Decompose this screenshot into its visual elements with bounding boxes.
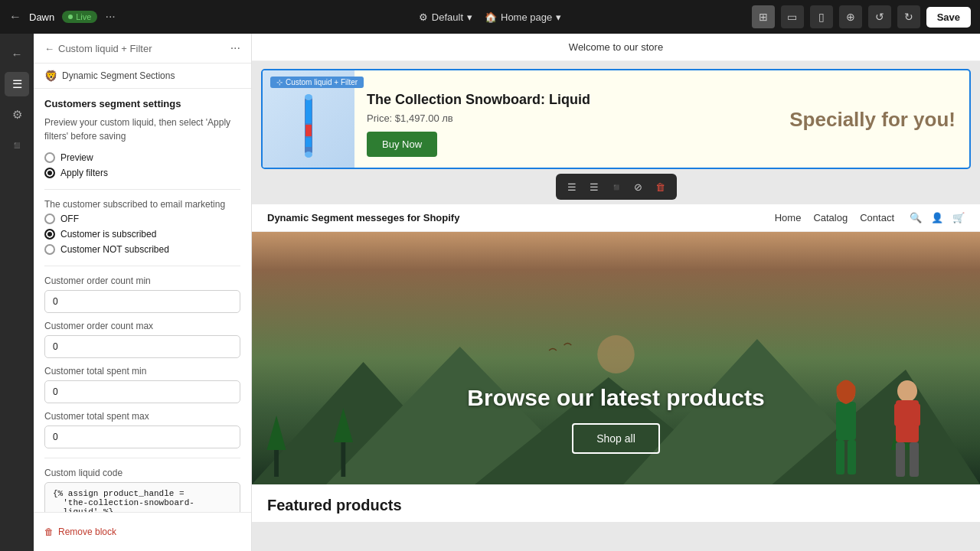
- toolbar-delete-btn[interactable]: 🗑: [651, 177, 671, 197]
- welcome-text: Welcome to our store: [569, 41, 663, 53]
- svg-rect-24: [896, 442, 905, 477]
- sidebar-subheader: 🦁 Dynamic Segment Sections: [34, 64, 251, 89]
- toolbar-box-btn[interactable]: ◾: [606, 177, 626, 197]
- sections-icon[interactable]: ☰: [5, 72, 29, 96]
- mobile-view-btn[interactable]: ▯: [810, 5, 833, 28]
- nav-contact[interactable]: Contact: [860, 212, 894, 223]
- apply-filters-radio-circle: [44, 168, 55, 178]
- svg-rect-13: [341, 439, 345, 477]
- redo-btn[interactable]: ↻: [897, 5, 920, 28]
- svg-marker-12: [266, 416, 286, 450]
- save-button[interactable]: Save: [926, 7, 971, 28]
- subscribed-label: Customer is subscribed: [60, 229, 156, 240]
- topbar-center: ⚙ Default ▾ 🏠 Home page ▾: [333, 11, 648, 23]
- svg-rect-19: [836, 402, 856, 440]
- live-dot: [68, 15, 73, 19]
- banner-badge-label: Custom liquid + Filter: [286, 78, 358, 86]
- sidebar-more-btn[interactable]: ···: [230, 41, 240, 55]
- nav-brand: Dynamic Segment messeges for Shopify: [267, 212, 775, 223]
- svg-rect-3: [305, 138, 312, 147]
- nav-icon[interactable]: ←: [5, 41, 29, 66]
- preview-mode-group: Preview Apply filters: [44, 152, 240, 178]
- more-menu-icon[interactable]: ···: [105, 10, 115, 24]
- main-layout: ← ☰ ⚙ ◾ ← Custom liquid + Filter ··· 🦁 D…: [0, 34, 980, 551]
- toolbar-list-btn[interactable]: ☰: [584, 177, 604, 197]
- search-icon[interactable]: 🔍: [910, 212, 922, 223]
- off-radio[interactable]: OFF: [44, 214, 240, 224]
- divider-1: [44, 189, 240, 190]
- toolbar-align-btn[interactable]: ☰: [562, 177, 582, 197]
- hero-people: [819, 377, 934, 484]
- svg-point-4: [305, 94, 312, 100]
- custom-liquid-label: Custom liquid code: [44, 468, 240, 478]
- sidebar-content: Customers segment settings Preview your …: [34, 89, 251, 512]
- snowboard-svg: [293, 94, 324, 159]
- person-1-svg: [819, 377, 873, 484]
- sidebar-footer: 🗑 Remove block: [34, 512, 251, 551]
- custom-liquid-textarea[interactable]: {% assign product_handle = 'the-collecti…: [44, 482, 240, 512]
- product-tagline: Specially for you!: [789, 107, 956, 131]
- apply-filters-radio[interactable]: Apply filters: [44, 168, 240, 178]
- person-2-svg: [880, 377, 934, 484]
- not-subscribed-label: Customer NOT subscribed: [60, 244, 169, 255]
- featured-title: Featured products: [267, 497, 965, 514]
- tablet-view-btn[interactable]: ▭: [781, 5, 804, 28]
- nav-icons: 🔍 👤 🛒: [910, 212, 965, 223]
- live-badge: Live: [62, 11, 97, 23]
- product-banner: ⊹ Custom liquid + Filter T: [261, 69, 971, 169]
- total-spent-max-input[interactable]: [44, 425, 240, 448]
- custom-view-btn[interactable]: ⊕: [839, 5, 862, 28]
- nav-home[interactable]: Home: [775, 212, 802, 223]
- page-selector[interactable]: 🏠 Home page ▾: [485, 11, 561, 23]
- apps-icon[interactable]: ◾: [5, 133, 29, 158]
- svg-rect-1: [305, 100, 312, 123]
- subscribed-radio[interactable]: Customer is subscribed: [44, 229, 240, 240]
- svg-rect-25: [910, 442, 919, 477]
- subscription-group: OFF Customer is subscribed Customer NOT …: [44, 214, 240, 255]
- nav-catalog[interactable]: Catalog: [813, 212, 848, 223]
- sidebar-back-btn[interactable]: ← Custom liquid + Filter: [44, 43, 152, 54]
- back-icon[interactable]: ←: [9, 10, 21, 24]
- svg-rect-2: [305, 125, 312, 136]
- topbar-left: ← Dawn Live ···: [9, 10, 324, 24]
- remove-block-button[interactable]: 🗑 Remove block: [44, 520, 116, 543]
- sidebar-back-label: Custom liquid + Filter: [58, 43, 152, 54]
- divider-3: [44, 458, 240, 458]
- undo-btn[interactable]: ↺: [868, 5, 891, 28]
- theme-chevron: ▾: [467, 11, 472, 23]
- settings-icon[interactable]: ⚙: [5, 103, 29, 127]
- order-count-max-label: Customer order count max: [44, 321, 240, 331]
- buy-now-button[interactable]: Buy Now: [367, 132, 437, 157]
- store-welcome: Welcome to our store: [252, 34, 980, 61]
- svg-rect-20: [836, 440, 844, 474]
- desktop-view-btn[interactable]: ⊞: [752, 5, 775, 28]
- order-count-min-label: Customer order count min: [44, 276, 240, 286]
- banner-badge: ⊹ Custom liquid + Filter: [270, 77, 364, 88]
- not-subscribed-radio[interactable]: Customer NOT subscribed: [44, 244, 240, 255]
- cart-icon[interactable]: 🛒: [952, 212, 965, 223]
- section-description: Preview your custom liquid, then select …: [44, 116, 240, 143]
- order-count-max-input[interactable]: [44, 335, 240, 358]
- preview-radio[interactable]: Preview: [44, 152, 240, 163]
- shop-all-button[interactable]: Shop all: [572, 423, 660, 454]
- total-spent-min-input[interactable]: [44, 380, 240, 403]
- sidebar: ← Custom liquid + Filter ··· 🦁 Dynamic S…: [34, 34, 252, 551]
- off-radio-circle: [44, 214, 55, 224]
- svg-rect-26: [894, 403, 900, 426]
- theme-selector[interactable]: ⚙ Default ▾: [419, 11, 472, 23]
- sub-icon: 🦁: [44, 70, 57, 82]
- sub-label: Dynamic Segment Sections: [62, 70, 175, 81]
- svg-point-17: [597, 335, 635, 373]
- preview-scroll[interactable]: Welcome to our store ⊹ Custom liquid + F…: [252, 34, 980, 551]
- total-spent-max-label: Customer total spent max: [44, 411, 240, 422]
- product-title: The Collection Snowboard: Liquid: [367, 92, 957, 108]
- preview-label: Preview: [60, 152, 93, 163]
- toolbar-popup-container: ☰ ☰ ◾ ⊘ 🗑: [252, 174, 980, 200]
- user-icon[interactable]: 👤: [931, 212, 943, 223]
- divider-2: [44, 266, 240, 266]
- svg-rect-21: [848, 440, 856, 474]
- topbar-right: ⊞ ▭ ▯ ⊕ ↺ ↻ Save: [656, 5, 971, 28]
- toolbar-disable-btn[interactable]: ⊘: [629, 177, 648, 197]
- order-count-min-input[interactable]: [44, 290, 240, 313]
- hero-section: Browse our latest products Shop all: [252, 232, 980, 484]
